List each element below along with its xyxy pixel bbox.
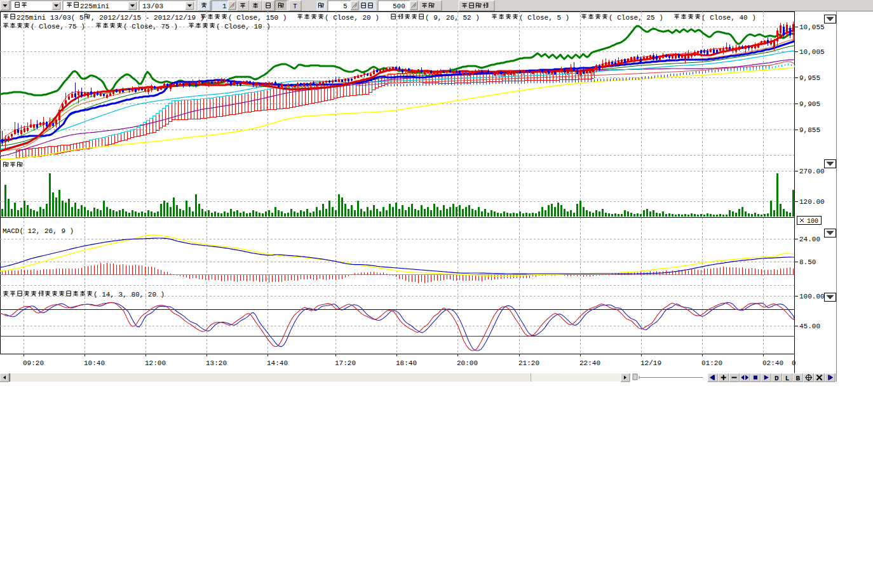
- svg-text:( Close, 10 ): ( Close, 10 ): [216, 23, 271, 30]
- svg-text:120.00: 120.00: [799, 198, 825, 206]
- svg-text:270.00: 270.00: [799, 168, 825, 175]
- svg-text:17:20: 17:20: [335, 359, 356, 367]
- svg-text:( Close, 75 ): ( Close, 75 ): [123, 23, 178, 30]
- svg-text:L: L: [785, 375, 790, 382]
- svg-text:B: B: [796, 375, 801, 382]
- svg-text:5: 5: [343, 3, 348, 10]
- svg-text:100: 100: [807, 218, 818, 225]
- svg-text:20:00: 20:00: [457, 359, 478, 367]
- svg-text:, 2012/12/15 - 2012/12/19 ): , 2012/12/15 - 2012/12/19 ): [91, 14, 204, 22]
- svg-text:13/03: 13/03: [142, 3, 163, 10]
- svg-text:10,005: 10,005: [799, 48, 825, 56]
- svg-text:( Close, 25 ): ( Close, 25 ): [609, 14, 663, 22]
- svg-text:12/19: 12/19: [640, 359, 661, 367]
- svg-text:( Close, 20 ): ( Close, 20 ): [325, 14, 379, 22]
- svg-text:0: 0: [792, 359, 796, 367]
- svg-text:12:00: 12:00: [145, 359, 166, 367]
- svg-text:225mini: 225mini: [80, 3, 110, 10]
- svg-text:09:20: 09:20: [23, 359, 44, 367]
- svg-text:MACD( 12, 26, 9 ): MACD( 12, 26, 9 ): [3, 227, 74, 235]
- svg-text:500: 500: [393, 3, 405, 10]
- svg-text:8.50: 8.50: [799, 258, 816, 266]
- svg-text:45.00: 45.00: [799, 323, 820, 330]
- svg-text:9,955: 9,955: [799, 74, 820, 82]
- svg-text:( Close, 40 ): ( Close, 40 ): [701, 14, 756, 22]
- svg-text:1: 1: [222, 3, 227, 10]
- svg-text:T: T: [293, 3, 297, 10]
- svg-text:( Close, 5 ): ( Close, 5 ): [519, 14, 569, 22]
- svg-text:9,905: 9,905: [799, 100, 820, 108]
- svg-text:24.00: 24.00: [799, 236, 820, 243]
- svg-text:18:40: 18:40: [396, 359, 417, 367]
- svg-text:21:20: 21:20: [518, 359, 539, 367]
- svg-text:( Close, 75 ): ( Close, 75 ): [30, 23, 85, 30]
- svg-text:9,855: 9,855: [799, 126, 820, 134]
- svg-text:10:40: 10:40: [84, 359, 105, 367]
- svg-text:100.00: 100.00: [799, 293, 825, 300]
- svg-text:02:40: 02:40: [762, 359, 783, 367]
- svg-text:14:40: 14:40: [267, 359, 288, 367]
- svg-text:( Close, 150 ): ( Close, 150 ): [228, 14, 287, 22]
- svg-text:13:20: 13:20: [206, 359, 227, 367]
- svg-text:22:40: 22:40: [579, 359, 600, 367]
- svg-text:( 9, 26, 52 ): ( 9, 26, 52 ): [425, 14, 480, 22]
- svg-text:225mini 13/03( 5: 225mini 13/03( 5: [17, 14, 84, 22]
- svg-text:( 14, 3, 80, 20 ): ( 14, 3, 80, 20 ): [93, 291, 165, 298]
- svg-text:10,055: 10,055: [799, 23, 825, 31]
- svg-text:D: D: [775, 375, 779, 382]
- svg-text:01:20: 01:20: [701, 359, 722, 367]
